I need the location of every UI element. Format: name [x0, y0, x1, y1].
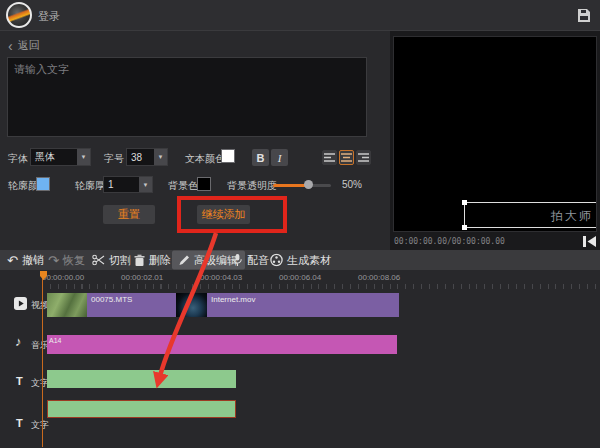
- top-bar: 登录: [0, 0, 600, 31]
- italic-button[interactable]: I: [271, 149, 288, 166]
- selection-handle[interactable]: [462, 225, 467, 230]
- redo-label: 恢复: [63, 253, 85, 268]
- login-link[interactable]: 登录: [38, 9, 60, 24]
- text-clip-selected[interactable]: [47, 400, 236, 418]
- clip-thumbnail: [47, 293, 87, 317]
- size-select[interactable]: 38 ▼: [126, 148, 168, 166]
- video-track-icon: [14, 297, 27, 310]
- text-track-icon: T: [16, 375, 23, 387]
- timeline-toolbar: ↶ 撤销 ↷ 恢复 切割 删除 高级编: [0, 250, 600, 270]
- text-color-label: 文本颜色: [185, 152, 225, 166]
- text-input[interactable]: [7, 57, 367, 137]
- chevron-down-icon[interactable]: ▼: [139, 177, 152, 192]
- undo-icon: ↶: [7, 254, 18, 267]
- generate-material-label: 生成素材: [287, 253, 331, 268]
- align-center-button[interactable]: [339, 150, 354, 165]
- outline-color-swatch[interactable]: [36, 177, 50, 191]
- trash-icon: [134, 254, 145, 266]
- scissors-icon: [92, 255, 105, 266]
- opacity-slider[interactable]: [273, 184, 331, 187]
- text-selection-box[interactable]: 拍大师: [464, 202, 597, 228]
- annotation-highlight-rect: [177, 196, 287, 233]
- back-chevron-icon: ‹: [8, 41, 13, 51]
- ruler-label: 00:00:02.01: [121, 273, 163, 282]
- outline-width-value: 1: [104, 177, 139, 192]
- delete-button[interactable]: 删除: [134, 253, 171, 268]
- size-label: 字号: [104, 152, 124, 166]
- back-label: 返回: [18, 38, 40, 53]
- clip-thumbnail: [176, 293, 207, 317]
- cut-label: 切割: [109, 253, 131, 268]
- music-note-icon: ♪: [15, 336, 22, 348]
- timeline: 00:00:00.00 00:00:02.01 00:00:04.03 00:0…: [0, 270, 600, 448]
- bg-color-label: 背景色: [168, 179, 198, 193]
- outline-width-select[interactable]: 1 ▼: [103, 176, 153, 193]
- clip-name: 00075.MTS: [87, 293, 176, 304]
- ruler-label: 00:00:04.03: [200, 273, 242, 282]
- selection-handle[interactable]: [462, 200, 467, 205]
- ruler-label: 00:00:08.06: [358, 273, 400, 282]
- font-select[interactable]: 黑体 ▼: [30, 148, 91, 166]
- chevron-down-icon[interactable]: ▼: [154, 149, 167, 165]
- dubbing-button[interactable]: 配音: [232, 253, 269, 268]
- bg-color-swatch[interactable]: [197, 177, 211, 191]
- ruler-label: 00:00:00.00: [42, 273, 84, 282]
- size-select-value: 38: [127, 149, 154, 165]
- track-label-text2: 文字: [31, 419, 49, 432]
- cut-button[interactable]: 切割: [92, 253, 131, 268]
- align-left-button[interactable]: [322, 150, 337, 165]
- skip-to-start-icon[interactable]: [582, 235, 597, 248]
- back-button[interactable]: ‹ 返回: [8, 38, 40, 53]
- microphone-icon: [232, 254, 243, 267]
- redo-button[interactable]: ↷ 恢复: [48, 253, 85, 268]
- video-preview[interactable]: 拍大师: [393, 36, 597, 232]
- text-track-icon: T: [16, 417, 23, 429]
- clip-name: Internet.mov: [207, 293, 399, 304]
- timecode: 00:00:00.00/00:00:00.00: [394, 237, 505, 246]
- delete-label: 删除: [149, 253, 171, 268]
- opacity-label: 背景透明度: [227, 179, 277, 193]
- music-clip[interactable]: A14: [47, 335, 397, 354]
- font-label: 字体: [8, 152, 28, 166]
- text-color-swatch[interactable]: [221, 149, 235, 163]
- undo-label: 撤销: [22, 253, 44, 268]
- align-left-icon: [324, 153, 335, 162]
- dubbing-label: 配音: [247, 253, 269, 268]
- pencil-icon: [179, 255, 190, 266]
- video-clip[interactable]: 00075.MTS: [87, 293, 176, 317]
- opacity-value: 50%: [342, 179, 362, 190]
- video-clip[interactable]: Internet.mov: [207, 293, 399, 317]
- save-icon[interactable]: [577, 9, 591, 22]
- reset-button[interactable]: 重置: [103, 205, 155, 224]
- align-right-button[interactable]: [356, 150, 371, 165]
- redo-icon: ↷: [48, 254, 59, 267]
- chevron-down-icon[interactable]: ▼: [77, 149, 90, 165]
- opacity-slider-fill: [273, 184, 307, 187]
- align-right-icon: [358, 153, 369, 162]
- text-clip[interactable]: [47, 370, 236, 388]
- generate-material-button[interactable]: 生成素材: [270, 253, 331, 268]
- avatar[interactable]: [6, 2, 32, 28]
- preview-overlay-text: 拍大师: [551, 208, 593, 225]
- film-reel-icon: [270, 254, 283, 267]
- undo-button[interactable]: ↶ 撤销: [7, 253, 44, 268]
- clip-name: A14: [47, 335, 397, 344]
- font-select-value: 黑体: [31, 149, 77, 165]
- opacity-slider-thumb[interactable]: [304, 180, 313, 189]
- ruler-label: 00:00:06.04: [279, 273, 321, 282]
- align-center-icon: [341, 153, 352, 162]
- timeline-ruler[interactable]: [42, 284, 598, 289]
- preview-panel: 拍大师 00:00:00.00/00:00:00.00: [390, 31, 600, 250]
- bold-button[interactable]: B: [252, 149, 269, 166]
- playhead-line: [42, 271, 43, 447]
- app-window: 登录 ‹ 返回 字体 黑体 ▼ 字号 38 ▼ 文本颜色 B I: [0, 0, 600, 448]
